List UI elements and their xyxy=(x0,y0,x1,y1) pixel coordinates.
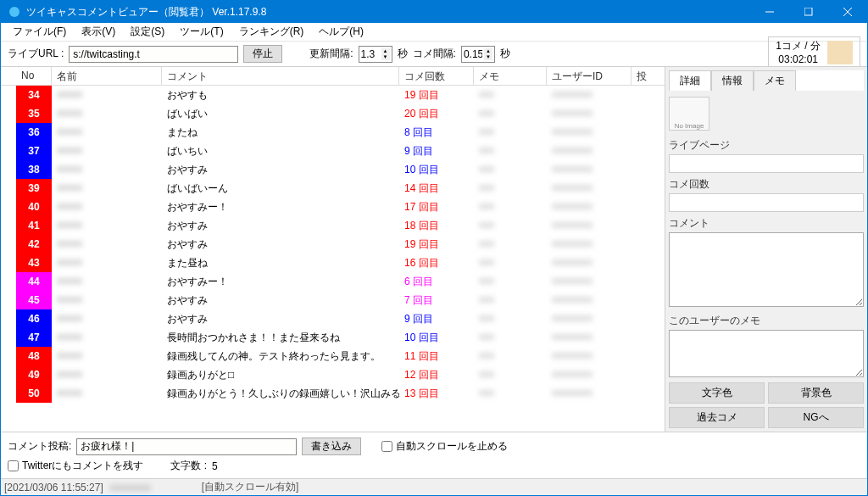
count-input[interactable] xyxy=(669,193,864,212)
row-no: 40 xyxy=(16,198,52,216)
row-comment: おやすも xyxy=(162,86,399,104)
menu-item[interactable]: 設定(S) xyxy=(124,23,171,41)
usernote-label: このユーザーのメモ xyxy=(669,314,864,328)
usernote-textarea[interactable] xyxy=(669,330,864,377)
row-name: xxxxx xyxy=(52,104,162,123)
bottom-bar: コメント投稿: 書き込み 自動スクロールを止める Twitterにもコメントを残… xyxy=(1,432,867,478)
row-no: 35 xyxy=(16,104,52,123)
row-no: 39 xyxy=(16,179,52,198)
table-row[interactable]: 45xxxxxおやすみ7 回目xxxxxxxxxxx xyxy=(1,291,665,309)
table-row[interactable]: 47xxxxx長時間おつかれさま！！また昼来るね10 回目xxxxxxxxxxx xyxy=(1,328,665,347)
table-row[interactable]: 39xxxxxばいばいーん14 回目xxxxxxxxxxx xyxy=(1,179,665,198)
avatar-placeholder: No Image xyxy=(669,97,709,131)
row-no: 47 xyxy=(16,328,52,347)
table-row[interactable]: 43xxxxxまた昼ね16 回目xxxxxxxxxxx xyxy=(1,254,665,272)
menu-item[interactable]: ランキング(R) xyxy=(232,23,311,41)
stopscroll-checkbox[interactable]: 自動スクロールを止める xyxy=(381,439,508,454)
col-no[interactable]: No xyxy=(16,67,52,85)
charcount-label: 文字数 : xyxy=(170,459,207,473)
comment-table: No 名前 コメント コメ回数 メモ ユーザーID 投 34xxxxxおやすも1… xyxy=(1,67,665,432)
sec-label-2: 秒 xyxy=(500,47,510,61)
table-row[interactable]: 50xxxxx録画ありがとう！久しぶりの録画嬉しい！沢山みるねー😊13 回目xx… xyxy=(1,384,665,403)
comment-interval-label: コメ間隔: xyxy=(413,47,456,61)
table-row[interactable]: 34xxxxxおやすも19 回目xxxxxxxxxxx xyxy=(1,86,665,104)
write-button[interactable]: 書き込み xyxy=(302,437,361,455)
row-count: 11 回目 xyxy=(399,347,474,365)
row-uid: xxxxxxxx xyxy=(547,86,632,104)
row-count: 20 回目 xyxy=(399,104,474,123)
menu-item[interactable]: 表示(V) xyxy=(75,23,122,41)
side-tab[interactable]: 詳細 xyxy=(669,70,711,91)
table-row[interactable]: 37xxxxxばいちい9 回目xxxxxxxxxxx xyxy=(1,142,665,160)
row-comment: おやすみ xyxy=(162,160,399,179)
row-name: xxxxx xyxy=(52,347,162,365)
row-uid: xxxxxxxx xyxy=(547,347,632,365)
row-count: 7 回目 xyxy=(399,291,474,309)
row-count: 14 回目 xyxy=(399,179,474,198)
sec-label-1: 秒 xyxy=(398,47,408,61)
post-input[interactable] xyxy=(76,438,297,455)
side-tab[interactable]: 情報 xyxy=(711,70,754,91)
row-name: xxxxx xyxy=(52,365,162,384)
table-row[interactable]: 44xxxxxおやすみー！6 回目xxxxxxxxxxx xyxy=(1,272,665,291)
livepage-input[interactable] xyxy=(669,154,864,173)
refresh-spinner[interactable]: ▲▼ xyxy=(359,46,392,63)
col-comment[interactable]: コメント xyxy=(162,67,399,85)
col-count[interactable]: コメ回数 xyxy=(399,67,474,85)
twitter-checkbox[interactable]: Twitterにもコメントを残す xyxy=(8,459,143,473)
table-row[interactable]: 38xxxxxおやすみ10 回目xxxxxxxxxxx xyxy=(1,160,665,179)
row-count: 9 回目 xyxy=(399,142,474,160)
pastcomment-button[interactable]: 過去コメ xyxy=(669,407,765,428)
row-name: xxxxx xyxy=(52,160,162,179)
table-row[interactable]: 36xxxxxまたね8 回目xxxxxxxxxxx xyxy=(1,123,665,142)
row-no: 38 xyxy=(16,160,52,179)
ng-button[interactable]: NGへ xyxy=(768,407,864,428)
row-memo: xxx xyxy=(474,365,547,384)
row-memo: xxx xyxy=(474,272,547,291)
menu-item[interactable]: ヘルプ(H) xyxy=(312,23,370,41)
side-tab[interactable]: メモ xyxy=(754,70,796,91)
row-comment: おやすみ xyxy=(162,235,399,254)
row-count: 12 回目 xyxy=(399,365,474,384)
row-comment: またね xyxy=(162,123,399,142)
col-userid[interactable]: ユーザーID xyxy=(547,67,632,85)
row-no: 34 xyxy=(16,86,52,104)
row-comment: ばいばい xyxy=(162,104,399,123)
table-body[interactable]: 34xxxxxおやすも19 回目xxxxxxxxxxx35xxxxxばいばい20… xyxy=(1,86,665,432)
col-post[interactable]: 投 xyxy=(632,67,647,85)
status-time: [2021/03/06 11:55:27] xyxy=(4,482,103,493)
table-row[interactable]: 49xxxxx録画ありがと□12 回目xxxxxxxxxxx xyxy=(1,365,665,384)
textcolor-button[interactable]: 文字色 xyxy=(669,382,765,404)
minimize-button[interactable] xyxy=(750,1,789,23)
table-row[interactable]: 41xxxxxおやすみ18 回目xxxxxxxxxxx xyxy=(1,216,665,235)
maximize-button[interactable] xyxy=(789,1,828,23)
url-input[interactable] xyxy=(69,46,238,63)
row-uid: xxxxxxxx xyxy=(547,123,632,142)
row-comment: おやすみ xyxy=(162,291,399,309)
row-name: xxxxx xyxy=(52,328,162,347)
table-row[interactable]: 46xxxxxおやすみ9 回目xxxxxxxxxxx xyxy=(1,309,665,328)
row-name: xxxxx xyxy=(52,86,162,104)
table-row[interactable]: 40xxxxxおやすみー！17 回目xxxxxxxxxxx xyxy=(1,198,665,216)
row-name: xxxxx xyxy=(52,291,162,309)
menu-item[interactable]: ツール(T) xyxy=(173,23,230,41)
side-comment-label: コメント xyxy=(669,216,864,231)
col-memo[interactable]: メモ xyxy=(474,67,547,85)
app-icon xyxy=(8,5,21,19)
svg-rect-2 xyxy=(804,8,812,15)
row-memo: xxx xyxy=(474,198,547,216)
table-row[interactable]: 42xxxxxおやすみ19 回目xxxxxxxxxxx xyxy=(1,235,665,254)
table-row[interactable]: 48xxxxx録画残してんの神。テスト終わったら見ます。11 回目xxxxxxx… xyxy=(1,347,665,365)
row-uid: xxxxxxxx xyxy=(547,291,632,309)
bgcolor-button[interactable]: 背景色 xyxy=(768,382,864,404)
row-memo: xxx xyxy=(474,235,547,254)
stop-button[interactable]: 停止 xyxy=(243,45,282,63)
comment-spinner[interactable]: ▲▼ xyxy=(461,46,495,63)
svg-point-0 xyxy=(9,7,19,17)
side-comment-textarea[interactable] xyxy=(669,232,864,307)
row-no: 44 xyxy=(16,272,52,291)
col-name[interactable]: 名前 xyxy=(52,67,162,85)
table-row[interactable]: 35xxxxxばいばい20 回目xxxxxxxxxxx xyxy=(1,104,665,123)
menu-item[interactable]: ファイル(F) xyxy=(6,23,73,41)
close-button[interactable] xyxy=(828,1,867,23)
